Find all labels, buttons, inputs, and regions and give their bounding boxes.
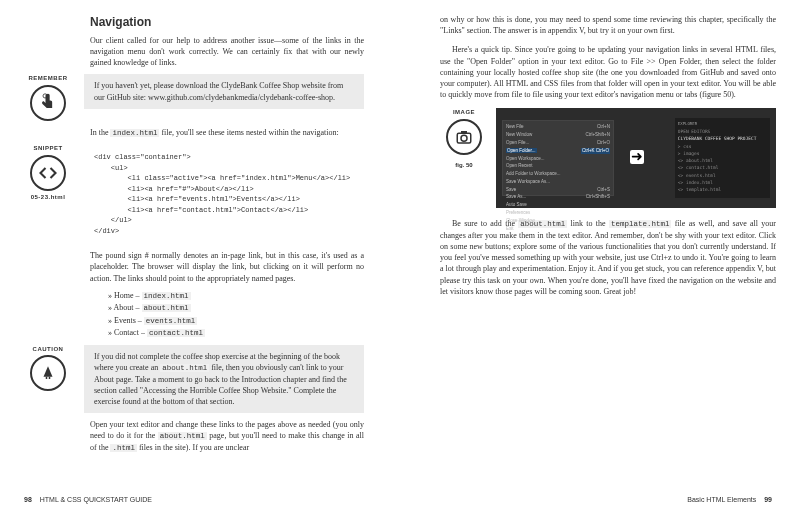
pound-paragraph: The pound sign # normally denotes an in-… — [90, 250, 364, 284]
camera-icon — [446, 119, 482, 155]
figure-image: New File Ctrl+N New Window Ctrl+Shift+N … — [496, 108, 776, 208]
editor-menu: New File Ctrl+N New Window Ctrl+Shift+N … — [502, 120, 614, 196]
caution-label: CAUTION — [33, 345, 64, 353]
intro-paragraph: Our client called for our help to addres… — [90, 35, 364, 69]
file-bullet-list: Home – index.html About – about.html Eve… — [108, 290, 364, 339]
remember-badge: REMEMBER — [18, 74, 78, 120]
caution-text: If you did not complete the coffee shop … — [84, 345, 364, 413]
page-left: Navigation Our client called for our hel… — [0, 0, 400, 515]
svg-rect-5 — [461, 131, 467, 133]
image-badge: IMAGE fig. 50 — [440, 108, 488, 169]
arrow-icon: ➜ — [630, 150, 644, 164]
page-number: 98 — [24, 496, 32, 503]
snippet-icon — [30, 155, 66, 191]
caution-badge: CAUTION — [18, 345, 78, 391]
snippet-badge: SNIPPET 05-23.html — [18, 144, 78, 201]
caution-callout: CAUTION If you did not complete the coff… — [18, 345, 364, 413]
book-title: HTML & CSS QUICKSTART GUIDE — [40, 496, 152, 503]
code-index: index.html — [110, 129, 159, 137]
list-item: Events – events.html — [108, 315, 364, 327]
list-item: About – about.html — [108, 302, 364, 314]
pre-snippet-text: In the index.html file, you'll see these… — [90, 127, 364, 139]
svg-rect-2 — [49, 377, 51, 379]
figure-caption: fig. 50 — [455, 161, 472, 169]
remember-label: REMEMBER — [28, 74, 67, 82]
remember-callout: REMEMBER If you haven't yet, please down… — [18, 74, 364, 120]
list-item: Home – index.html — [108, 290, 364, 302]
editor-tree: EXPLORER OPEN EDITORS CLYDEBANK COFFEE S… — [675, 118, 770, 198]
code-snippet: <div class="container"> <ul> <li class="… — [84, 144, 364, 244]
figure-block: IMAGE fig. 50 New File Ctrl+N New Window… — [440, 108, 776, 208]
remember-text: If you haven't yet, please download the … — [84, 74, 364, 108]
remember-icon — [30, 85, 66, 121]
snippet-label: SNIPPET — [33, 144, 62, 152]
footer-left: 98 HTML & CSS QUICKSTART GUIDE — [24, 495, 152, 505]
page-right: on why or how this is done, you may need… — [400, 0, 800, 515]
page-number: 99 — [764, 496, 772, 503]
list-item: Contact – contact.html — [108, 327, 364, 339]
p1: on why or how this is done, you may need… — [440, 14, 776, 36]
closing-paragraph: Open your text editor and change these l… — [90, 419, 364, 453]
p2: Here's a quick tip. Since you're going t… — [440, 44, 776, 100]
snippet-callout: SNIPPET 05-23.html <div class="container… — [18, 144, 364, 244]
footer-right: Basic HTML Elements 99 — [687, 495, 772, 505]
caution-icon — [30, 355, 66, 391]
image-label: IMAGE — [453, 108, 475, 116]
svg-point-4 — [461, 135, 467, 141]
chapter-title: Basic HTML Elements — [687, 496, 756, 503]
svg-rect-1 — [46, 377, 48, 379]
snippet-caption: 05-23.html — [31, 193, 66, 201]
section-title: Navigation — [90, 14, 364, 31]
